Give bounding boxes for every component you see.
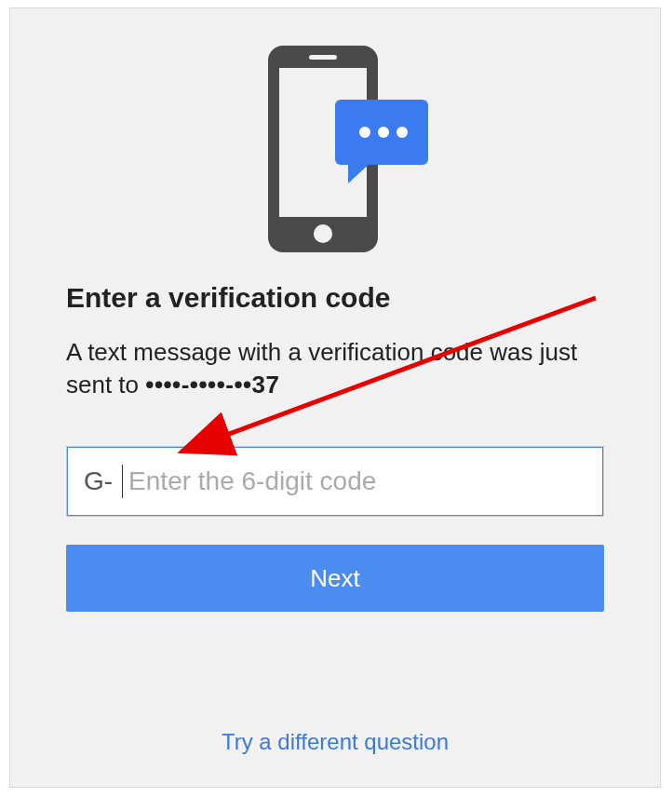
hero-illustration — [66, 42, 604, 256]
svg-point-3 — [314, 224, 332, 243]
alt-link-wrap: Try a different question — [10, 729, 660, 755]
verification-card: Enter a verification code A text message… — [9, 7, 661, 788]
code-input-wrap[interactable]: G- Enter the 6-digit code — [66, 446, 604, 517]
description-text: A text message with a verification code … — [66, 338, 577, 398]
svg-point-8 — [396, 127, 408, 138]
next-button[interactable]: Next — [66, 545, 604, 612]
page-heading: Enter a verification code — [66, 282, 604, 314]
svg-point-7 — [378, 127, 389, 138]
svg-point-6 — [359, 127, 370, 138]
masked-phone-number: ••••-••••-••37 — [145, 371, 279, 398]
svg-rect-2 — [309, 55, 337, 60]
try-different-link[interactable]: Try a different question — [222, 729, 449, 754]
phone-sms-icon — [233, 42, 437, 256]
description: A text message with a verification code … — [66, 336, 604, 401]
